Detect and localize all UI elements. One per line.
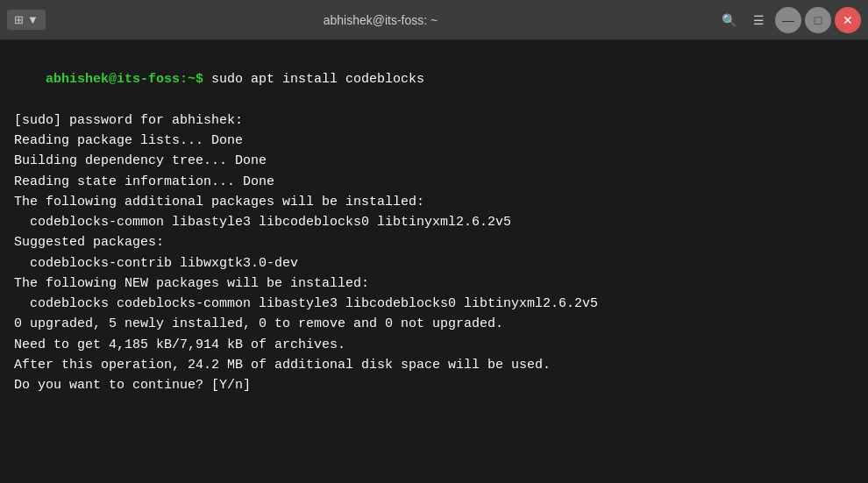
terminal-line: codeblocks-contrib libwxgtk3.0-dev: [14, 253, 854, 273]
maximize-button[interactable]: □: [805, 7, 831, 33]
terminal-line: 0 upgraded, 5 newly installed, 0 to remo…: [14, 314, 854, 334]
title-text: abhishek@its-foss: ~: [324, 13, 438, 27]
window-title: abhishek@its-foss: ~: [46, 13, 715, 27]
close-button[interactable]: ✕: [835, 7, 861, 33]
menu-button[interactable]: ☰: [745, 7, 772, 33]
terminal-line: After this operation, 24.2 MB of additio…: [14, 355, 854, 375]
terminal-line: codeblocks codeblocks-common libastyle3 …: [14, 294, 854, 314]
search-button[interactable]: 🔍: [715, 7, 742, 33]
tab-button[interactable]: ⊞ ▼: [7, 10, 46, 30]
title-bar-left: ⊞ ▼: [7, 10, 46, 30]
command-text: sudo apt install codeblocks: [203, 72, 424, 87]
terminal-line: Reading package lists... Done: [14, 131, 854, 151]
command-line: abhishek@its-foss:~$ sudo apt install co…: [14, 49, 854, 110]
maximize-icon: □: [815, 13, 822, 27]
terminal-line: [sudo] password for abhishek:: [14, 110, 854, 131]
tab-dropdown-icon: ▼: [27, 13, 39, 26]
window-controls: 🔍 ☰ — □ ✕: [715, 7, 861, 33]
terminal-line: The following NEW packages will be insta…: [14, 273, 854, 294]
terminal-line: Suggested packages:: [14, 232, 854, 252]
prompt-user: abhishek@its-foss:~$: [46, 72, 203, 87]
terminal-line: Need to get 4,185 kB/7,914 kB of archive…: [14, 335, 854, 355]
terminal-line: codeblocks-common libastyle3 libcodebloc…: [14, 212, 854, 232]
terminal-line: The following additional packages will b…: [14, 192, 854, 212]
minimize-icon: —: [782, 13, 794, 27]
terminal-output: [sudo] password for abhishek:Reading pac…: [14, 110, 854, 396]
terminal-icon: ⊞: [14, 13, 24, 26]
menu-icon: ☰: [753, 13, 765, 27]
terminal-line: Reading state information... Done: [14, 172, 854, 192]
terminal-line: Do you want to continue? [Y/n]: [14, 375, 854, 395]
terminal-body[interactable]: abhishek@its-foss:~$ sudo apt install co…: [0, 40, 868, 483]
search-icon: 🔍: [722, 13, 736, 27]
close-icon: ✕: [843, 13, 853, 27]
minimize-button[interactable]: —: [775, 7, 801, 33]
title-bar: ⊞ ▼ abhishek@its-foss: ~ 🔍 ☰ — □ ✕: [0, 0, 868, 40]
terminal-line: Building dependency tree... Done: [14, 151, 854, 171]
